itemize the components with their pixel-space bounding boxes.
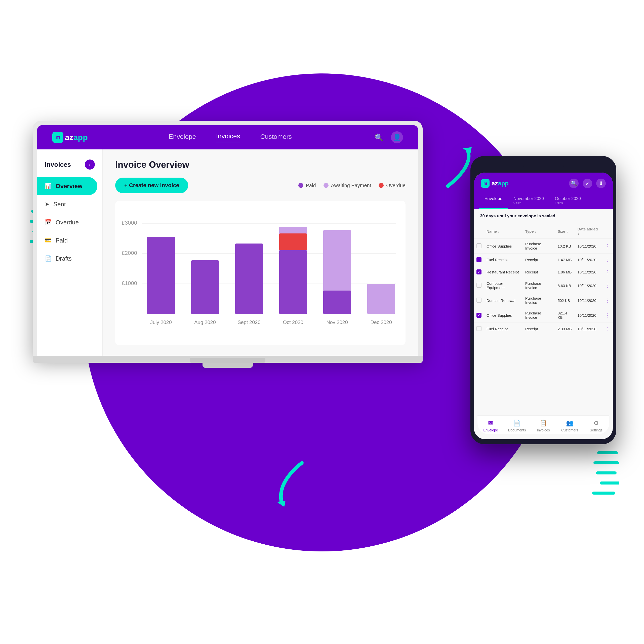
sidebar-item-overview[interactable]: 📊 Overview	[37, 177, 97, 195]
mobile-logo-text: azapp	[492, 180, 509, 187]
row-name: Domain Renewal	[484, 293, 523, 308]
row-more[interactable]: ⋮	[603, 308, 613, 323]
mobile-logo: m azapp	[481, 179, 509, 188]
sidebar-item-overdue[interactable]: 📅 Overdue	[37, 213, 97, 231]
row-date: 10/11/2020	[575, 278, 603, 293]
row-size: 321.4 KB	[555, 308, 575, 323]
row-name: Fuel Receipt	[484, 254, 523, 266]
table-row: ✓ Office Supplies Purchase Invoice 321.4…	[474, 308, 613, 323]
laptop-device: m azapp Envelope Invoices Customers 🔍 👤	[33, 121, 423, 368]
row-checkbox-cell[interactable]	[474, 323, 484, 335]
row-more[interactable]: ⋮	[603, 239, 613, 254]
svg-rect-23	[279, 250, 307, 314]
row-name: Fuel Receipt	[484, 323, 523, 335]
col-size: Size ↕	[555, 224, 575, 239]
svg-text:£3000: £3000	[122, 220, 137, 226]
row-checkbox-cell[interactable]: ✓	[474, 266, 484, 278]
invoices-nav-icon: 📋	[540, 420, 547, 427]
svg-text:Nov 2020: Nov 2020	[326, 319, 348, 325]
row-more[interactable]: ⋮	[603, 278, 613, 293]
row-checkbox-cell[interactable]	[474, 278, 484, 293]
row-checkbox[interactable]	[476, 298, 481, 303]
mobile-tab-envelope[interactable]: Envelope	[479, 193, 508, 209]
row-size: 8.63 KB	[555, 278, 575, 293]
svg-text:Dec 2020: Dec 2020	[370, 319, 392, 325]
row-more[interactable]: ⋮	[603, 266, 613, 278]
app-logo: m azapp	[52, 132, 88, 143]
search-button[interactable]: 🔍	[373, 131, 385, 143]
col-date: Date added ↕	[575, 224, 603, 239]
overview-icon: 📊	[45, 183, 52, 189]
back-button[interactable]: ‹	[85, 159, 95, 170]
chart-legend: Paid Awaiting Payment Overdue	[298, 183, 406, 188]
mobile-tab-oct[interactable]: October 2020 1 files	[549, 193, 586, 209]
sidebar-item-paid[interactable]: 💳 Paid	[37, 231, 97, 250]
legend-paid: Paid	[298, 183, 316, 188]
mobile-nav-envelope[interactable]: ✉ Envelope	[477, 420, 504, 432]
table-row: Computer Equipment Purchase Invoice 8.63…	[474, 278, 613, 293]
svg-text:Oct 2020: Oct 2020	[283, 319, 303, 325]
create-invoice-button[interactable]: + Create new invoice	[115, 178, 188, 193]
laptop-base	[33, 356, 423, 363]
mobile-nav-customers[interactable]: 👥 Customers	[556, 420, 583, 432]
mobile-device: m azapp 🔍 ✓ ⬇ Envelope November 2020 9 f…	[470, 156, 616, 444]
row-checkbox-cell[interactable]	[474, 293, 484, 308]
row-checkbox[interactable]: ✓	[476, 269, 481, 274]
row-size: 10.2 KB	[555, 239, 575, 254]
col-check	[474, 224, 484, 239]
svg-marker-11	[277, 501, 286, 507]
chart-controls: + Create new invoice Paid Awaiting Payme…	[115, 178, 406, 193]
row-more[interactable]: ⋮	[603, 293, 613, 308]
row-checkbox-cell[interactable]	[474, 239, 484, 254]
row-size: 502 KB	[555, 293, 575, 308]
mobile-nav-documents[interactable]: 📄 Documents	[504, 420, 530, 432]
mobile-bottom-nav: ✉ Envelope 📄 Documents 📋 Invoices 👥 Cust…	[477, 415, 609, 434]
svg-text:£2000: £2000	[122, 250, 137, 256]
mobile-nav-invoices[interactable]: 📋 Invoices	[530, 420, 557, 432]
row-type: Receipt	[523, 254, 555, 266]
sidebar-item-drafts[interactable]: 📄 Drafts	[37, 250, 97, 268]
row-checkbox[interactable]	[476, 243, 481, 248]
svg-rect-26	[323, 291, 351, 314]
svg-rect-24	[279, 233, 307, 250]
customers-nav-icon: 👥	[566, 420, 574, 427]
app-body: Invoices ‹ 📊 Overview ➤ Sent 📅 Overdue	[37, 149, 418, 356]
nav-envelope[interactable]: Envelope	[169, 133, 196, 142]
row-date: 10/11/2020	[575, 254, 603, 266]
legend-overdue-dot	[379, 183, 384, 188]
sidebar-item-sent[interactable]: ➤ Sent	[37, 195, 97, 213]
chart-svg: £3000 £2000 £1000	[120, 208, 400, 339]
row-size: 1.86 MB	[555, 266, 575, 278]
row-checkbox[interactable]: ✓	[476, 313, 481, 318]
paid-icon: 💳	[45, 237, 52, 244]
row-type: Purchase Invoice	[523, 293, 555, 308]
legend-overdue: Overdue	[379, 183, 406, 188]
row-date: 10/11/2020	[575, 239, 603, 254]
mobile-tab-nov[interactable]: November 2020 9 files	[508, 193, 549, 209]
row-checkbox-cell[interactable]: ✓	[474, 254, 484, 266]
nav-invoices[interactable]: Invoices	[216, 132, 240, 142]
row-checkbox[interactable]	[476, 326, 481, 331]
laptop-screen: m azapp Envelope Invoices Customers 🔍 👤	[37, 125, 418, 356]
mobile-download-button[interactable]: ⬇	[596, 179, 606, 188]
envelope-info: 30 days until your envelope is sealed	[474, 209, 613, 224]
nav-customers[interactable]: Customers	[260, 133, 292, 142]
mobile-check-button[interactable]: ✓	[583, 179, 592, 188]
mobile-nav-settings[interactable]: ⚙ Settings	[583, 420, 609, 432]
row-size: 1.47 MB	[555, 254, 575, 266]
teal-arrow-bottom	[257, 458, 317, 513]
mobile-device-wrapper: m azapp 🔍 ✓ ⬇ Envelope November 2020 9 f…	[470, 156, 616, 444]
row-more[interactable]: ⋮	[603, 323, 613, 335]
mobile-notch	[523, 161, 563, 170]
mobile-search-button[interactable]: 🔍	[569, 179, 579, 188]
row-checkbox[interactable]: ✓	[476, 257, 481, 262]
col-actions	[603, 224, 613, 239]
logo-text: azapp	[65, 133, 88, 142]
row-checkbox[interactable]	[476, 283, 481, 288]
svg-rect-27	[367, 284, 395, 314]
row-name: Office Supplies	[484, 308, 523, 323]
row-more[interactable]: ⋮	[603, 254, 613, 266]
row-checkbox-cell[interactable]: ✓	[474, 308, 484, 323]
user-profile-button[interactable]: 👤	[391, 131, 403, 143]
row-type: Receipt	[523, 323, 555, 335]
